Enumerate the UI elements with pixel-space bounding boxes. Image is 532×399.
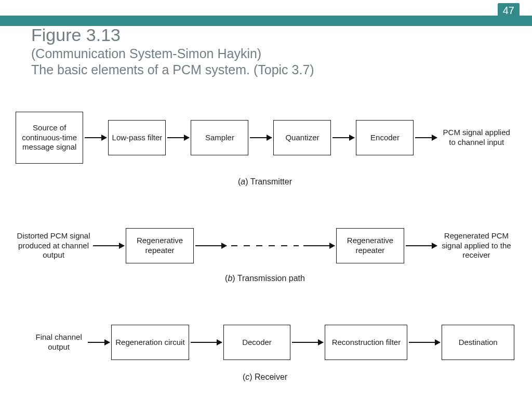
arrow-icon bbox=[167, 137, 189, 138]
transmitter-row: Source of continuous-time message signal… bbox=[16, 112, 514, 164]
caption-transmitter: (a) Transmitter bbox=[16, 177, 514, 187]
arrow-icon bbox=[250, 137, 272, 138]
arrow-icon bbox=[409, 342, 440, 343]
block-quantizer: Quantizer bbox=[273, 120, 331, 155]
receiver-row: Final channel output Regeneration circui… bbox=[16, 325, 514, 360]
page-number: 47 bbox=[498, 3, 520, 19]
arrow-icon bbox=[303, 245, 335, 246]
caption-transmission-path-text: Transmission path bbox=[237, 274, 305, 283]
arrow-icon bbox=[415, 137, 437, 138]
caption-transmitter-text: Transmitter bbox=[250, 177, 292, 186]
label-regenerated-pcm: Regenerated PCM signal applied to the re… bbox=[438, 231, 514, 260]
block-repeater-2: Regenerative repeater bbox=[336, 228, 404, 263]
arrow-icon bbox=[195, 245, 227, 246]
arrow-icon bbox=[292, 342, 323, 343]
diagram-area: Source of continuous-time message signal… bbox=[16, 107, 514, 387]
block-source: Source of continuous-time message signal bbox=[16, 112, 83, 164]
block-decoder: Decoder bbox=[223, 325, 291, 360]
block-regeneration-circuit: Regeneration circuit bbox=[111, 325, 189, 360]
caption-receiver: (c) Receiver bbox=[16, 373, 514, 382]
transmission-path-row: Distorted PCM signal produced at channel… bbox=[16, 228, 514, 263]
dashed-line-icon bbox=[231, 245, 299, 246]
label-distorted-pcm: Distorted PCM signal produced at channel… bbox=[16, 231, 91, 260]
block-repeater-1: Regenerative repeater bbox=[126, 228, 194, 263]
block-sampler: Sampler bbox=[191, 120, 248, 155]
arrow-icon bbox=[406, 245, 437, 246]
arrow-icon bbox=[85, 137, 107, 138]
label-final-channel-output: Final channel output bbox=[31, 332, 86, 352]
slide-top-stripe: 47 bbox=[0, 0, 532, 27]
arrow-icon bbox=[332, 137, 354, 138]
block-lpf: Low-pass filter bbox=[108, 120, 166, 155]
block-reconstruction-filter: Reconstruction filter bbox=[325, 325, 407, 360]
caption-receiver-text: Receiver bbox=[255, 373, 287, 381]
arrow-icon bbox=[88, 342, 110, 343]
caption-transmission-path: (b) Transmission path bbox=[16, 274, 514, 283]
figure-subtitle-2: The basic elements of a PCM system. (Top… bbox=[31, 62, 511, 77]
slide: 47 Figure 3.13 (Communication System-Sim… bbox=[0, 0, 532, 399]
arrow-icon bbox=[191, 342, 222, 343]
figure-title: Figure 3.13 bbox=[31, 25, 511, 45]
title-block: Figure 3.13 (Communication System-Simon … bbox=[31, 25, 511, 77]
block-encoder: Encoder bbox=[356, 120, 414, 155]
label-pcm-to-channel: PCM signal applied to channel input bbox=[438, 128, 514, 148]
arrow-icon bbox=[93, 245, 124, 246]
figure-subtitle-1: (Communication System-Simon Haykin) bbox=[31, 46, 511, 61]
block-destination: Destination bbox=[442, 325, 514, 360]
